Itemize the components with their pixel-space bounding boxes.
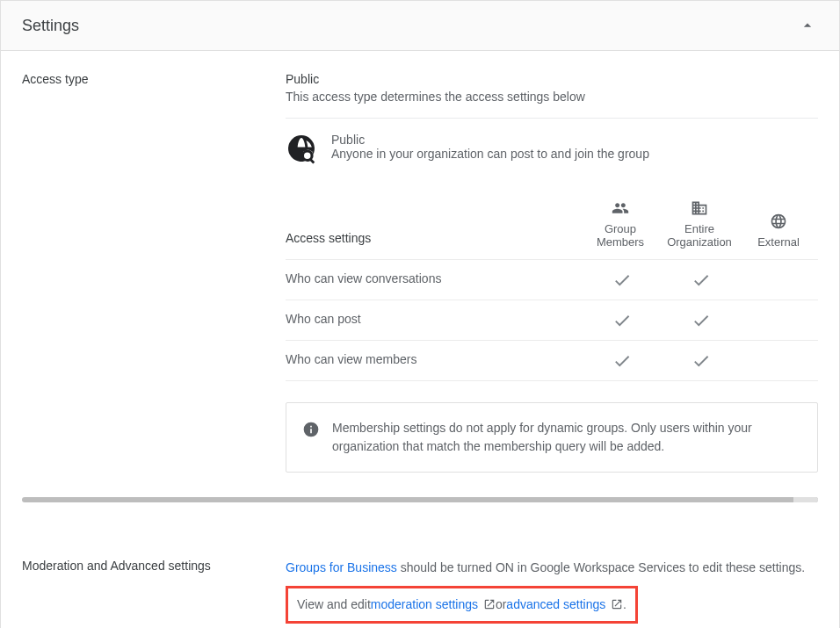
moderation-line2-suffix: .	[623, 596, 626, 614]
col-group-members: Group Members	[581, 199, 660, 249]
check-icon	[612, 311, 628, 327]
moderation-settings-link[interactable]: moderation settings	[371, 596, 496, 614]
check-icon	[612, 351, 628, 367]
access-type-value: Public This access type determines the a…	[286, 72, 818, 473]
external-icon	[770, 213, 787, 230]
info-text: Membership settings do not apply for dyn…	[332, 421, 752, 453]
col-organization: Entire Organization	[660, 199, 739, 249]
access-row-label: Who can post	[286, 312, 581, 329]
external-link-icon	[611, 598, 623, 610]
moderation-links-highlight: View and edit moderation settings or adv…	[286, 586, 638, 624]
moderation-label: Moderation and Advanced settings	[22, 559, 286, 573]
access-option-block: Public Anyone in your organization can p…	[286, 119, 818, 185]
settings-card: Settings Access type Public This access …	[0, 0, 840, 628]
access-option-subtitle: Anyone in your organization can post to …	[331, 147, 649, 161]
organization-icon	[691, 199, 708, 217]
access-type-title: Public	[286, 72, 818, 86]
access-row: Who can view conversations	[286, 259, 818, 300]
moderation-line2-or: or	[496, 596, 506, 614]
access-settings-heading: Access settings	[286, 231, 581, 249]
check-icon	[692, 311, 707, 327]
access-row-label: Who can view members	[286, 352, 581, 370]
check-icon	[692, 351, 707, 367]
check-icon	[692, 271, 707, 286]
check-icon	[612, 271, 628, 286]
card-header[interactable]: Settings	[1, 1, 839, 51]
info-notice: Membership settings do not apply for dyn…	[286, 402, 818, 473]
access-cell	[660, 311, 739, 329]
access-row: Who can view members	[286, 340, 818, 381]
col-label: Entire Organization	[667, 222, 732, 249]
access-option-title: Public	[331, 133, 649, 147]
card-title: Settings	[22, 17, 79, 35]
collapse-icon[interactable]	[797, 15, 818, 36]
access-type-label: Access type	[22, 72, 286, 86]
moderation-section: Moderation and Advanced settings Groups …	[1, 523, 839, 628]
info-icon	[302, 421, 320, 438]
access-cell	[660, 271, 739, 289]
access-cell	[581, 271, 660, 289]
group-members-icon	[612, 199, 629, 217]
access-cell	[581, 351, 660, 370]
separator-bar	[22, 497, 818, 502]
access-settings-grid: Access settings Group Members Entire Or	[286, 199, 818, 381]
card-content: Access type Public This access type dete…	[1, 51, 839, 523]
col-label: External	[757, 235, 800, 249]
globe-search-icon	[286, 133, 317, 164]
moderation-line2-prefix: View and edit	[297, 596, 371, 614]
access-type-row: Access type Public This access type dete…	[22, 72, 818, 473]
groups-for-business-link[interactable]: Groups for Business	[286, 560, 397, 574]
col-label: Group Members	[597, 222, 644, 249]
access-row-label: Who can view conversations	[286, 271, 581, 289]
moderation-line1-suffix: should be turned ON in Google Workspace …	[397, 560, 805, 574]
access-cell	[581, 311, 660, 329]
moderation-text: Groups for Business should be turned ON …	[286, 559, 818, 624]
advanced-settings-link[interactable]: advanced settings	[506, 596, 623, 614]
access-type-description: This access type determines the access s…	[286, 90, 818, 104]
access-row: Who can post	[286, 300, 818, 340]
access-cell	[660, 351, 739, 370]
access-option-text: Public Anyone in your organization can p…	[331, 133, 649, 161]
external-link-icon	[483, 598, 496, 610]
col-external: External	[739, 213, 818, 249]
grid-header: Access settings Group Members Entire Or	[286, 199, 818, 259]
